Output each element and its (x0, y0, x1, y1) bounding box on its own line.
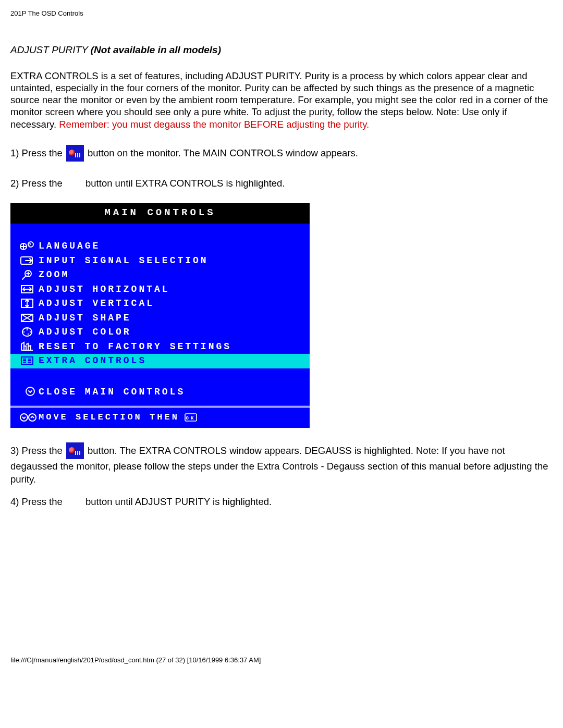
osd-screenshot: MAIN CONTROLS ? LANGUAGE INPUT SIGNAL SE… (10, 203, 310, 428)
osd-item-label: ZOOM (39, 269, 69, 281)
close-icon (10, 386, 39, 398)
monitor-button-icon (66, 442, 84, 459)
osd-item-adjust-horizontal: ADJUST HORIZONTAL (10, 282, 310, 297)
section-heading-note: (Not available in all models) (91, 44, 221, 55)
osd-footer: MOVE SELECTION THEN OK (10, 408, 310, 428)
svg-text:?: ? (29, 242, 33, 247)
osd-title: MAIN CONTROLS (10, 203, 310, 224)
osd-item-label: LANGUAGE (39, 240, 100, 252)
svg-point-11 (28, 334, 29, 335)
osd-item-zoom: ZOOM (10, 268, 310, 282)
step-3: 3) Press the button. The EXTRA CONTROLS … (10, 442, 553, 485)
page-header: 201P The OSD Controls (10, 9, 553, 18)
step-2-tail: button until EXTRA CONTROLS is highlight… (85, 177, 285, 188)
extra-controls-icon (10, 355, 39, 366)
adjust-color-icon (10, 326, 39, 338)
intro-paragraph: EXTRA CONTROLS is a set of features, inc… (10, 70, 553, 130)
osd-item-label: EXTRA CONTROLS (39, 355, 146, 367)
input-signal-icon (10, 255, 39, 266)
adjust-vertical-icon (10, 298, 39, 309)
svg-point-14 (20, 414, 28, 421)
step-1-lead: 1) Press the (10, 147, 65, 158)
osd-item-adjust-shape: ADJUST SHAPE (10, 311, 310, 326)
step-1-tail: button on the monitor. The MAIN CONTROLS… (88, 147, 358, 158)
step-3-lead: 3) Press the (10, 446, 65, 456)
osd-close-row: CLOSE MAIN CONTROLS (10, 384, 310, 400)
step-3-tail: button. The EXTRA CONTROLS window appear… (10, 446, 548, 485)
adjust-horizontal-icon (10, 283, 39, 295)
step-2: 2) Press the button until EXTRA CONTROLS… (10, 176, 553, 189)
section-heading: ADJUST PURITY (Not available in all mode… (10, 44, 553, 56)
osd-item-input-signal: INPUT SIGNAL SELECTION (10, 254, 310, 268)
step-4: 4) Press the button until ADJUST PURITY … (10, 495, 553, 508)
svg-point-10 (30, 331, 31, 332)
osd-item-adjust-vertical: ADJUST VERTICAL (10, 297, 310, 311)
adjust-shape-icon (10, 312, 39, 324)
osd-item-label: ADJUST SHAPE (39, 312, 131, 324)
svg-point-9 (27, 329, 28, 330)
page-footer: file:///G|/manual/english/201P/osd/osd_c… (10, 656, 553, 664)
svg-point-15 (29, 414, 36, 421)
intro-warning: Remember: you must degauss the monitor B… (59, 119, 369, 130)
step-4-lead: 4) Press the (10, 496, 65, 507)
osd-item-label: INPUT SIGNAL SELECTION (39, 255, 209, 267)
step-1: 1) Press the button on the monitor. The … (10, 145, 553, 162)
osd-footer-label: MOVE SELECTION THEN (39, 412, 179, 423)
step-2-lead: 2) Press the (10, 177, 65, 188)
reset-factory-icon (10, 341, 39, 352)
language-icon: ? (10, 240, 39, 252)
osd-item-label: ADJUST COLOR (39, 326, 131, 338)
osd-item-extra-controls: EXTRA CONTROLS (10, 354, 310, 368)
step-4-tail: button until ADJUST PURITY is highlighte… (85, 496, 272, 507)
zoom-icon (10, 269, 39, 280)
ok-icon: OK (185, 413, 197, 422)
osd-item-label: ADJUST VERTICAL (39, 298, 154, 310)
svg-point-13 (26, 387, 34, 396)
section-heading-lead: ADJUST PURITY (10, 44, 91, 55)
osd-item-label: ADJUST HORIZONTAL (39, 283, 170, 295)
osd-item-language: ? LANGUAGE (10, 239, 310, 254)
move-selection-icon (10, 412, 39, 423)
svg-text:OK: OK (186, 416, 195, 421)
osd-item-label: RESET TO FACTORY SETTINGS (39, 341, 231, 353)
osd-body: ? LANGUAGE INPUT SIGNAL SELECTION ZOOM A… (10, 224, 310, 405)
monitor-button-icon (66, 145, 84, 162)
osd-item-adjust-color: ADJUST COLOR (10, 325, 310, 340)
svg-point-8 (23, 331, 25, 332)
osd-item-reset-factory: RESET TO FACTORY SETTINGS (10, 340, 310, 354)
osd-close-label: CLOSE MAIN CONTROLS (39, 386, 185, 398)
